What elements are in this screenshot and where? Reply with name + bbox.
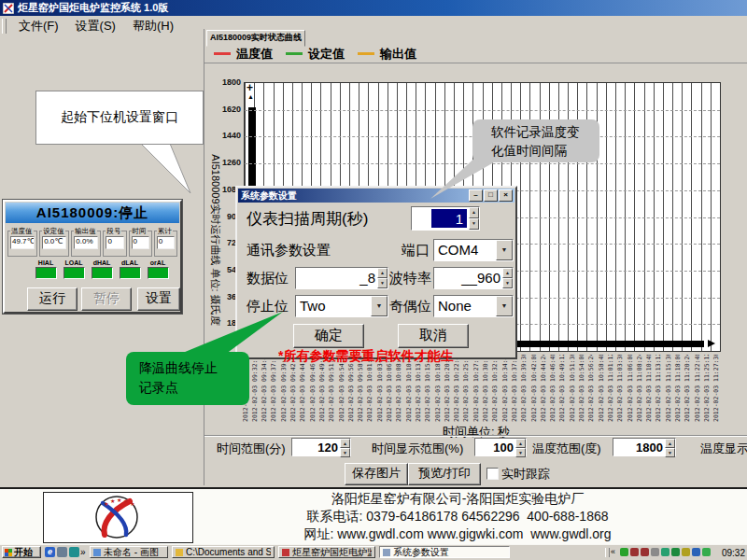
x-tick-label: 2012-02-03 11:06:00 [627, 355, 636, 422]
status-title: AI5180009:停止 [6, 203, 179, 223]
spin-up-icon[interactable]: ▲ [469, 207, 479, 218]
time-range-label: 时间范围(分) [217, 441, 286, 457]
h-gridline [245, 110, 720, 111]
spin-down-icon[interactable]: ▼ [515, 448, 526, 457]
x-tick-label: 2012-02-03 11:10:48 [645, 355, 655, 422]
databits-spinner[interactable]: _8 ▲▼ [295, 267, 388, 289]
show-desktop-icon[interactable] [57, 547, 67, 557]
tray-icon-8[interactable] [692, 548, 700, 556]
ie-icon[interactable]: e [45, 547, 55, 557]
alarm-led-indicator [92, 267, 113, 279]
time-range-spinner[interactable]: 120 ▲▼ [291, 438, 351, 456]
run-button[interactable]: 运行 [27, 287, 78, 311]
task-button[interactable]: C:\Documents and Se... [172, 546, 275, 558]
spin-up-icon[interactable]: ▲ [502, 268, 513, 278]
legend-swatch [286, 52, 303, 55]
status-field: 设定值0.0℃ [39, 231, 69, 257]
spin-down-icon[interactable]: ▼ [665, 448, 675, 457]
alarm-led-label: dHAL [92, 259, 113, 266]
y-tick-label: 1800 [211, 77, 241, 87]
status-field: 段号0 [103, 231, 126, 257]
media-player-icon[interactable] [69, 547, 79, 557]
x-tick-label: 2012-02-03 11:01:12 [607, 355, 616, 422]
menu-item[interactable]: 帮助(H) [124, 16, 182, 36]
task-button[interactable]: 未命名 - 画图 [90, 546, 168, 558]
save-image-button[interactable]: 保存图片 [345, 463, 408, 485]
port-select[interactable]: COM4 ▼ [433, 239, 514, 261]
cancel-button[interactable]: 取消 [398, 324, 469, 348]
stopbits-select[interactable]: Two ▼ [295, 295, 388, 317]
v-scroll-thumb-icon[interactable]: ▲ [247, 93, 254, 100]
restart-note: *所有参数需要重启软件才能生 [278, 348, 515, 365]
callout-text: 软件记录温度变化值时间间隔 [491, 123, 583, 160]
baud-spinner[interactable]: __960 ▲▼ [433, 267, 514, 289]
spin-up-icon[interactable]: ▲ [665, 439, 675, 448]
spin-up-icon[interactable]: ▲ [515, 439, 526, 448]
parity-select[interactable]: None ▼ [433, 295, 514, 317]
tray-icon-1[interactable] [620, 548, 628, 556]
task-button[interactable]: 系统参数设置 [379, 546, 510, 558]
realtime-track-label: 实时跟踪 [501, 466, 550, 483]
time-display-range-label: 时间显示范围(%) [372, 441, 463, 457]
temp-range-spinner[interactable]: 1800 ▲▼ [613, 438, 676, 456]
realtime-track-checkbox[interactable] [486, 468, 499, 480]
preview-print-button[interactable]: 预览/打印 [408, 463, 481, 485]
close-button[interactable]: × [499, 189, 513, 202]
task-label: C:\Documents and Se... [186, 547, 271, 557]
ok-button[interactable]: 确定 [293, 324, 364, 348]
settings-button[interactable]: 设置 [137, 287, 180, 311]
maximize-button[interactable]: □ [484, 189, 498, 202]
port-value: COM4 [434, 240, 496, 260]
x-tick-label: 2012-02-03 11:27:36 [712, 355, 722, 422]
menu-item[interactable]: 文件(F) [10, 16, 67, 36]
stopbits-label: 停止位 [247, 298, 289, 315]
time-display-range-spinner[interactable]: 100 ▲▼ [474, 438, 527, 456]
spin-down-icon[interactable]: ▼ [469, 218, 479, 230]
minimize-button[interactable]: – [469, 189, 483, 202]
dropdown-arrow-icon[interactable]: ▼ [496, 240, 513, 260]
start-button[interactable]: 开始 [2, 546, 41, 558]
scan-period-spinner[interactable]: 1 ▲▼ [411, 206, 480, 231]
status-field-label: 输出值 [74, 227, 97, 236]
x-tick-label: 2012-02-03 09:32:24 [251, 355, 261, 422]
alarm-led-indicator [148, 267, 169, 279]
alarm-led: orAL [148, 259, 169, 279]
taskbar: 开始 » « 09:32 e未命名 - 画图C:\Documents and S… [0, 544, 747, 560]
tray-icon-2[interactable] [630, 548, 639, 556]
legend-item: 设定值 [286, 46, 345, 63]
chart-tab[interactable]: AI5180009实时状态曲线 [206, 30, 305, 47]
tray-icon-7[interactable] [682, 548, 690, 556]
alarm-led-indicator [35, 267, 57, 279]
task-button[interactable]: 炬星窑炉国炬电炉监... [278, 546, 375, 558]
alarm-led-label: HIAL [35, 259, 57, 266]
spin-up-icon[interactable]: ▲ [340, 439, 350, 448]
quicklaunch-overflow-chevron[interactable]: » [80, 547, 86, 557]
spin-up-icon[interactable]: ▲ [377, 268, 388, 278]
tray-icon-6[interactable] [671, 548, 680, 556]
status-field: 输出值0.0% [71, 231, 101, 257]
tray-icon-4[interactable] [651, 548, 659, 556]
menu-item[interactable]: 设置(S) [67, 16, 124, 36]
spin-down-icon[interactable]: ▼ [377, 278, 388, 288]
baud-value: __960 [434, 268, 502, 288]
v-zoom-plus-icon[interactable]: + [247, 81, 253, 94]
windows-logo-icon [5, 549, 12, 556]
tray-icon-9[interactable] [702, 548, 711, 556]
alarm-led-label: LOAL [63, 259, 85, 266]
dialog-titlebar[interactable]: 系统参数设置 – □ × [238, 189, 514, 203]
tray-icon-3[interactable] [641, 548, 649, 556]
temp-display-range-label: 温度显示范围(% [700, 441, 747, 457]
dropdown-arrow-icon[interactable]: ▼ [496, 296, 513, 316]
x-tick-label: 2012-02-03 10:56:24 [587, 355, 597, 422]
alarm-led: dLAL [120, 259, 141, 279]
company-phone: 联系电话: 0379-64186178 64562296 400-688-186… [182, 508, 733, 525]
company-web: 网址: www.gwdl.com www.gigwki.com www.gwdl… [182, 525, 733, 543]
status-field-value: 0.0% [74, 236, 98, 249]
tray-icon-5[interactable] [661, 548, 669, 556]
dropdown-arrow-icon[interactable]: ▼ [371, 296, 388, 316]
spin-down-icon[interactable]: ▼ [502, 278, 513, 288]
h-scroll-arrow-icon[interactable] [708, 340, 715, 347]
spin-down-icon[interactable]: ▼ [340, 448, 350, 457]
callout-start-window: 起始下位机设置窗口 [35, 91, 204, 145]
tray-chevron[interactable]: « [611, 547, 615, 556]
